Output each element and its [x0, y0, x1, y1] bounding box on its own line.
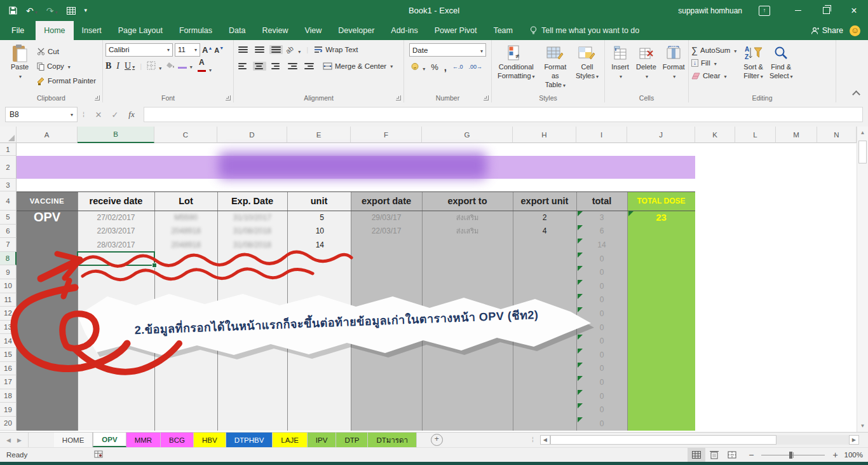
row-header-10[interactable]: 10: [0, 279, 17, 293]
cell-total-zero[interactable]: 0: [576, 389, 627, 403]
row-header-1[interactable]: 1: [0, 143, 17, 156]
align-right-button[interactable]: [269, 62, 283, 71]
row-header-20[interactable]: 20: [0, 417, 17, 431]
row-header-4[interactable]: 4: [0, 191, 17, 211]
font-size-select[interactable]: 11: [175, 43, 200, 57]
ribbon-tab-home[interactable]: Home: [36, 21, 73, 40]
cell-total-zero[interactable]: 0: [576, 279, 627, 293]
orientation-button[interactable]: ab: [286, 45, 301, 55]
header-export-date[interactable]: export date: [351, 191, 422, 211]
cell-styles-button[interactable]: CellStyles: [573, 43, 602, 92]
header-vaccine[interactable]: VACCINE: [17, 191, 78, 211]
italic-button[interactable]: I: [116, 61, 119, 71]
row-header-2[interactable]: 2: [0, 156, 17, 179]
row-header-16[interactable]: 16: [0, 362, 17, 376]
close-button[interactable]: ×: [840, 0, 868, 21]
row-header-9[interactable]: 9: [0, 265, 17, 279]
cell-receive-date[interactable]: 28/03/2017: [78, 238, 154, 252]
sheet-tab-mmr[interactable]: MMR: [126, 433, 161, 447]
hscroll-left-icon[interactable]: ◀: [540, 435, 550, 445]
sheet-tab-hbv[interactable]: HBV: [194, 433, 226, 447]
sort-filter-button[interactable]: AZ Sort &Filter: [740, 43, 766, 92]
increase-indent-button[interactable]: [302, 62, 316, 71]
row-header-5[interactable]: 5: [0, 211, 17, 225]
top-align-button[interactable]: [236, 45, 250, 54]
paste-button[interactable]: Paste: [3, 43, 37, 88]
collapse-ribbon-chevron[interactable]: [852, 90, 860, 99]
ribbon-tab-add-ins[interactable]: Add-ins: [383, 21, 426, 40]
fill-button[interactable]: ↓ Fill: [691, 57, 736, 69]
cell-total-zero[interactable]: 0: [576, 334, 627, 348]
format-as-table-button[interactable]: Format asTable: [538, 43, 573, 92]
row-header-8[interactable]: 8: [0, 252, 17, 266]
comma-button[interactable]: ,: [444, 62, 447, 73]
font-dialog-launcher[interactable]: [226, 95, 231, 101]
table-quick-icon[interactable]: [67, 7, 76, 15]
sheet-nav-right-icon[interactable]: ▶: [17, 437, 22, 443]
header-lot[interactable]: Lot: [154, 191, 217, 211]
ribbon-tab-page-layout[interactable]: Page Layout: [110, 21, 171, 40]
column-header-F[interactable]: F: [351, 127, 422, 143]
row-header-17[interactable]: 17: [0, 375, 17, 389]
normal-view-button[interactable]: [688, 448, 705, 462]
zoom-slider[interactable]: [761, 455, 825, 455]
cell-exp-date[interactable]: 31/08/2018: [217, 238, 287, 252]
formula-input[interactable]: [144, 107, 863, 122]
cell-export-unit[interactable]: 2: [513, 211, 576, 225]
total-dose-value[interactable]: 23: [627, 211, 695, 225]
tabbar-splitter[interactable]: ⁞: [532, 436, 534, 443]
decrease-decimal-button[interactable]: .00→: [468, 64, 482, 70]
vaccine-column-block[interactable]: [17, 191, 78, 431]
column-header-H[interactable]: H: [513, 127, 576, 143]
row-header-18[interactable]: 18: [0, 389, 17, 403]
grow-font-button[interactable]: A▲: [202, 45, 212, 55]
middle-align-button[interactable]: [253, 45, 266, 54]
zoom-out-icon[interactable]: −: [749, 450, 754, 460]
column-header-J[interactable]: J: [627, 127, 695, 143]
bold-button[interactable]: B: [105, 61, 111, 71]
number-format-select[interactable]: Date: [409, 43, 486, 57]
page-break-view-button[interactable]: [723, 448, 741, 462]
horizontal-scrollbar[interactable]: [550, 435, 849, 445]
row-header-12[interactable]: 12: [0, 307, 17, 321]
wrap-text-button[interactable]: Wrap Text: [314, 43, 358, 57]
select-all-corner[interactable]: [0, 127, 17, 143]
vaccine-name[interactable]: OPV: [17, 211, 78, 225]
accounting-format-button[interactable]: [410, 62, 425, 72]
enter-icon[interactable]: ✓: [107, 110, 123, 120]
cell-export-date[interactable]: 29/03/17: [351, 211, 422, 225]
horizontal-scrollbar-thumb[interactable]: [550, 435, 776, 445]
header-total[interactable]: total: [576, 191, 627, 211]
share-button[interactable]: Share: [811, 26, 843, 35]
cell-export-to[interactable]: ส่งเสริม: [422, 211, 513, 225]
align-left-button[interactable]: [236, 62, 250, 71]
row-header-11[interactable]: 11: [0, 293, 17, 307]
fill-handle[interactable]: [152, 263, 157, 268]
ribbon-display-options-icon[interactable]: ↑: [759, 6, 770, 16]
autosum-button[interactable]: ∑ AutoSum: [691, 44, 736, 57]
cut-button[interactable]: Cut: [37, 45, 96, 59]
header-export-unit[interactable]: export unit: [513, 191, 576, 211]
column-header-D[interactable]: D: [217, 127, 287, 143]
column-header-K[interactable]: K: [695, 127, 735, 143]
sheet-nav-left-icon[interactable]: ◀: [6, 437, 11, 443]
minimize-button[interactable]: [784, 0, 812, 21]
header-unit[interactable]: unit: [287, 191, 351, 211]
cell-total-zero[interactable]: 0: [576, 252, 627, 266]
cell-lot[interactable]: M5590: [154, 211, 217, 225]
restore-button[interactable]: [812, 0, 840, 21]
page-layout-view-button[interactable]: [705, 448, 723, 462]
find-select-button[interactable]: Find &Select: [766, 43, 796, 92]
column-header-L[interactable]: L: [735, 127, 776, 143]
ribbon-tab-view[interactable]: View: [296, 21, 330, 40]
sheet-tab-bcg[interactable]: BCG: [161, 433, 194, 447]
row-header-3[interactable]: 3: [0, 179, 17, 191]
column-header-N[interactable]: N: [817, 127, 857, 143]
ribbon-tab-power-pivot[interactable]: Power Pivot: [426, 21, 485, 40]
cell-total-zero[interactable]: 0: [576, 293, 627, 307]
fill-color-button[interactable]: [166, 62, 192, 70]
cell-lot[interactable]: 2048918: [154, 238, 217, 252]
ribbon-tab-data[interactable]: Data: [220, 21, 254, 40]
sheet-tab-dtp[interactable]: DTP: [336, 433, 368, 447]
cell-unit[interactable]: 10: [287, 225, 351, 239]
